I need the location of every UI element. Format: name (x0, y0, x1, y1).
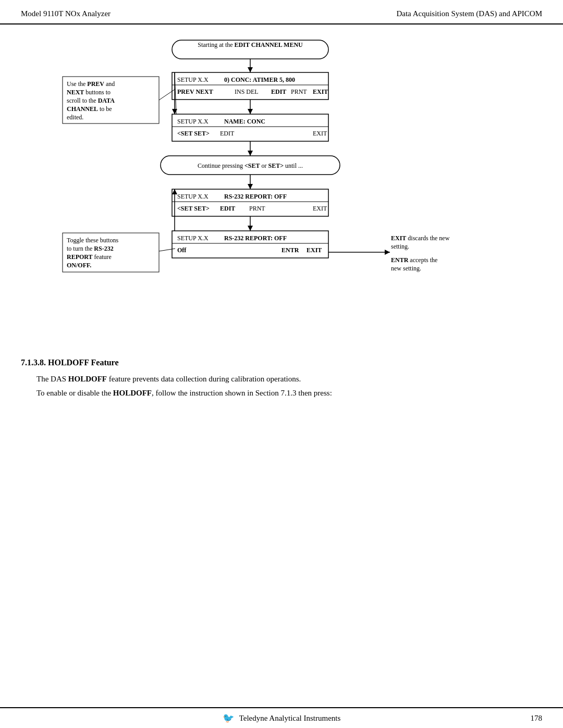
svg-text:INS  DEL: INS DEL (235, 88, 259, 95)
svg-text:Off: Off (177, 246, 187, 254)
header-left: Model 9110T NOx Analyzer (21, 9, 111, 18)
svg-text:to turn the RS-232: to turn the RS-232 (67, 245, 114, 252)
para2: To enable or disable the HOLDOFF, follow… (36, 389, 542, 398)
svg-text:scroll to the DATA: scroll to the DATA (67, 97, 115, 104)
svg-text:SETUP X.X: SETUP X.X (177, 76, 209, 83)
footer-logo-icon: 🐦 (223, 712, 234, 724)
svg-marker-3 (248, 67, 253, 72)
svg-text:REPORT feature: REPORT feature (67, 253, 112, 261)
svg-text:edited.: edited. (67, 114, 83, 121)
footer-text: Teledyne Analytical Instruments (239, 714, 341, 723)
svg-text:Use the PREV and: Use the PREV and (67, 80, 115, 88)
svg-text:EDIT: EDIT (271, 88, 286, 95)
svg-marker-21 (248, 109, 253, 114)
svg-text:ENTR: ENTR (282, 246, 299, 254)
svg-text:RS-232 REPORT: OFF: RS-232 REPORT: OFF (224, 235, 287, 242)
svg-text:NAME: CONC: NAME: CONC (224, 118, 265, 125)
svg-text:SETUP X.X: SETUP X.X (177, 193, 209, 200)
svg-text:EDIT: EDIT (220, 205, 235, 212)
page-footer: 🐦 Teledyne Analytical Instruments 178 (0, 707, 563, 728)
svg-marker-48 (248, 226, 253, 231)
svg-text:EXIT: EXIT (313, 88, 328, 95)
header-right: Data Acquisition System (DAS) and APICOM (396, 9, 542, 18)
svg-text:CHANNEL to be: CHANNEL to be (67, 105, 112, 113)
svg-text:ENTR accepts the: ENTR accepts the (391, 256, 437, 264)
svg-marker-25 (172, 109, 177, 114)
svg-text:PRNT: PRNT (291, 88, 307, 95)
svg-text:new setting.: new setting. (391, 265, 421, 272)
svg-text:Toggle these buttons: Toggle these buttons (67, 237, 118, 244)
flowchart-svg: Starting at the EDIT CHANNEL MENU SETUP … (47, 35, 516, 342)
para1: The DAS HOLDOFF feature prevents data co… (36, 375, 542, 384)
svg-text:PREV NEXT: PREV NEXT (177, 88, 213, 95)
svg-text:<SET  SET>: <SET SET> (177, 130, 210, 137)
svg-text:EXIT: EXIT (307, 246, 322, 254)
svg-text:EXIT discards the new: EXIT discards the new (391, 235, 450, 242)
svg-text:<SET  SET>: <SET SET> (177, 205, 210, 212)
svg-text:setting.: setting. (391, 243, 409, 250)
svg-text:SETUP X.X: SETUP X.X (177, 118, 209, 125)
svg-text:PRNT: PRNT (249, 205, 265, 212)
svg-text:NEXT buttons to: NEXT buttons to (67, 89, 111, 96)
svg-text:SETUP X.X: SETUP X.X (177, 235, 209, 242)
svg-text:Continue pressing <SET or SET>: Continue pressing <SET or SET> until ... (198, 162, 303, 169)
footer-page-number: 178 (531, 714, 543, 723)
flowchart-area: Starting at the EDIT CHANNEL MENU SETUP … (21, 35, 542, 342)
section-heading: 7.1.3.8. HOLDOFF Feature (21, 358, 542, 367)
svg-text:EXIT: EXIT (313, 130, 327, 137)
page-header: Model 9110T NOx Analyzer Data Acquisitio… (0, 0, 563, 24)
svg-text:0) CONC:  ATIMER 5, 800: 0) CONC: ATIMER 5, 800 (224, 76, 295, 83)
svg-text:ON/OFF.: ON/OFF. (67, 262, 91, 269)
svg-marker-38 (248, 184, 253, 189)
svg-text:EXIT: EXIT (313, 205, 327, 212)
svg-text:RS-232 REPORT: OFF: RS-232 REPORT: OFF (224, 193, 287, 200)
svg-text:EDIT: EDIT (220, 130, 235, 137)
svg-marker-68 (385, 250, 390, 255)
svg-marker-34 (248, 151, 253, 156)
svg-text:Starting at the EDIT CHANNEL M: Starting at the EDIT CHANNEL MENU (198, 41, 303, 48)
page-content: Starting at the EDIT CHANNEL MENU SETUP … (0, 24, 563, 413)
